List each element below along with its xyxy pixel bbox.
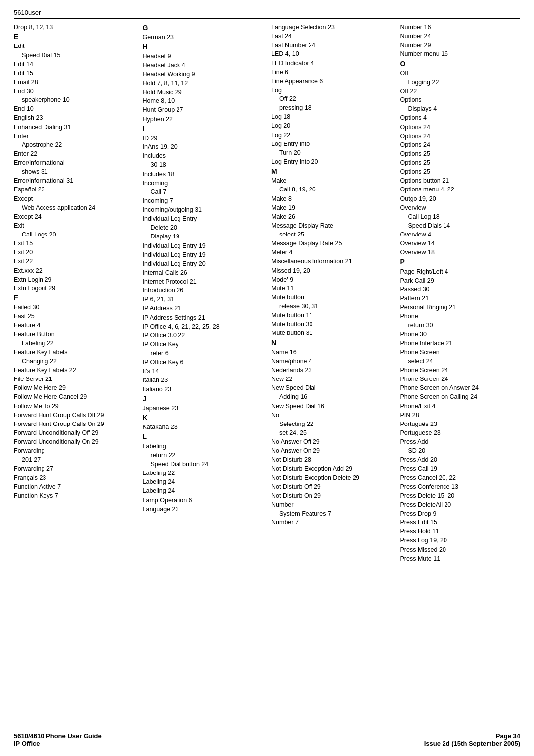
index-sub-entry: return 22 — [143, 451, 263, 460]
index-entry: Nederlands 23 — [271, 366, 392, 375]
index-entry: Hold 7, 8, 11, 12 — [143, 79, 263, 88]
index-sub-entry: Logging 22 — [400, 78, 521, 87]
section-letter-G: G — [143, 24, 148, 32]
index-entry: Log 22 — [271, 131, 392, 140]
index-entry: Pattern 21 — [400, 294, 521, 303]
index-entry: Home 8, 10 — [143, 96, 263, 105]
index-entry: Log Entry into 20 — [271, 157, 392, 166]
index-entry: Phone Screen 24 — [400, 366, 521, 375]
index-entry: IP Office Key 6 — [143, 358, 263, 367]
footer-right-line2: Issue 2d (15th September 2005) — [424, 740, 520, 747]
index-sub-entry: Speed Dial 15 — [14, 51, 134, 60]
index-entry: Français 23 — [14, 473, 134, 482]
index-entry: Mute button 11 — [271, 311, 392, 320]
index-entry: IP Address Settings 21 — [143, 313, 263, 322]
index-entry: Overview 18 — [400, 248, 521, 257]
index-entry: Fast 25 — [14, 312, 134, 321]
index-sub-entry: Labeling 22 — [14, 339, 134, 348]
index-entry: English 23 — [14, 113, 134, 122]
index-entry: German 23 — [143, 33, 263, 42]
index-entry: Headset Working 9 — [143, 70, 263, 79]
index-entry: Press Add 20 — [400, 455, 521, 464]
index-entry: Labeling — [143, 442, 263, 451]
index-entry: Mute 11 — [271, 284, 392, 293]
index-entry: Labeling 24 — [143, 477, 263, 486]
index-entry: Phone/Exit 4 — [400, 402, 521, 411]
section-letter-J: J — [143, 395, 147, 403]
index-entry: Miscellaneous Information 21 — [271, 257, 392, 266]
index-entry: Options 24 — [400, 132, 521, 141]
index-sub-entry: Call Log 18 — [400, 212, 521, 221]
index-entry: Overview 4 — [400, 230, 521, 239]
index-entry: Missed 19, 20 — [271, 266, 392, 275]
index-entry: Ext.xxx 22 — [14, 266, 134, 275]
index-entry: Press Mute 11 — [400, 554, 521, 563]
index-entry: Meter 4 — [271, 248, 392, 257]
index-entry: Number 24 — [400, 32, 521, 41]
index-entry: Make 8 — [271, 194, 392, 203]
index-entry: No Answer On 29 — [271, 446, 392, 455]
index-sub-entry: refer 6 — [143, 349, 263, 358]
header-title: 5610user — [14, 9, 41, 16]
index-entry: Edit 15 — [14, 69, 134, 78]
section-letter-F: F — [14, 294, 18, 302]
index-entry: Labeling 24 — [143, 486, 263, 495]
index-entry: Except 24 — [14, 212, 134, 221]
index-entry: Enter 22 — [14, 149, 134, 158]
section-letter-N: N — [271, 339, 276, 347]
index-entry: Includes — [143, 151, 263, 160]
index-entry: Last Number 24 — [271, 41, 392, 49]
index-entry: Portuguese 23 — [400, 428, 521, 437]
index-sub-entry: Apostrophe 22 — [14, 141, 134, 149]
index-sub-entry: Speed Dial button 24 — [143, 460, 263, 469]
index-entry: Feature Key Labels 22 — [14, 366, 134, 375]
index-entry: Exit 20 — [14, 248, 134, 257]
section-letter-H: H — [143, 43, 148, 50]
index-entry: New 22 — [271, 375, 392, 383]
index-entry: Phone Interface 21 — [400, 339, 521, 348]
index-sub-entry: Delete 20 — [143, 223, 263, 232]
index-entry: Italiano 23 — [143, 385, 263, 394]
index-entry: IP 6, 21, 31 — [143, 295, 263, 304]
index-entry: Not Disturb 28 — [271, 455, 392, 464]
index-entry: IP Office Key — [143, 340, 263, 349]
index-entry: Last 24 — [271, 32, 392, 41]
index-entry: Mute button 31 — [271, 329, 392, 337]
index-entry: It's 14 — [143, 367, 263, 376]
index-entry: Press Drop 9 — [400, 509, 521, 518]
index-entry: Log 18 — [271, 112, 392, 121]
index-sub-entry: release 30, 31 — [271, 302, 392, 311]
index-entry: Katakana 23 — [143, 423, 263, 431]
index-entry: Make 19 — [271, 203, 392, 212]
index-entry: Individual Log Entry — [143, 214, 263, 223]
index-entry: Make 26 — [271, 212, 392, 221]
index-entry: Drop 8, 12, 13 — [14, 23, 134, 32]
index-entry: No — [271, 411, 392, 420]
index-entry: End 30 — [14, 87, 134, 95]
index-entry: Log 20 — [271, 121, 392, 130]
index-sub-entry: speakerphone 10 — [14, 95, 134, 104]
index-entry: Not Disturb On 29 — [271, 491, 392, 500]
index-entry: Includes 18 — [143, 170, 263, 179]
index-entry: Internet Protocol 21 — [143, 277, 263, 286]
index-entry: Number — [271, 500, 392, 509]
index-entry: Press Edit 15 — [400, 518, 521, 527]
index-entry: Except — [14, 194, 134, 203]
index-entry: Options button 21 — [400, 176, 521, 185]
index-entry: Off 22 — [400, 87, 521, 95]
index-sub-entry: 201 27 — [14, 455, 134, 464]
index-entry: Exit 22 — [14, 257, 134, 266]
index-entry: Phone — [400, 312, 521, 321]
index-entry: InAns 19, 20 — [143, 142, 263, 151]
index-entry: Press DeleteAll 20 — [400, 500, 521, 509]
index-entry: Options 25 — [400, 158, 521, 167]
index-entry: Press Add — [400, 437, 521, 446]
index-entry: Introduction 26 — [143, 286, 263, 295]
section-letter-K: K — [143, 414, 148, 422]
index-entry: Edit — [14, 42, 134, 50]
index-entry: Press Conference 13 — [400, 482, 521, 491]
section-letter-P: P — [400, 258, 405, 266]
index-entry: ID 29 — [143, 134, 263, 142]
index-entry: Press Cancel 20, 22 — [400, 473, 521, 482]
index-entry: Passed 30 — [400, 285, 521, 294]
